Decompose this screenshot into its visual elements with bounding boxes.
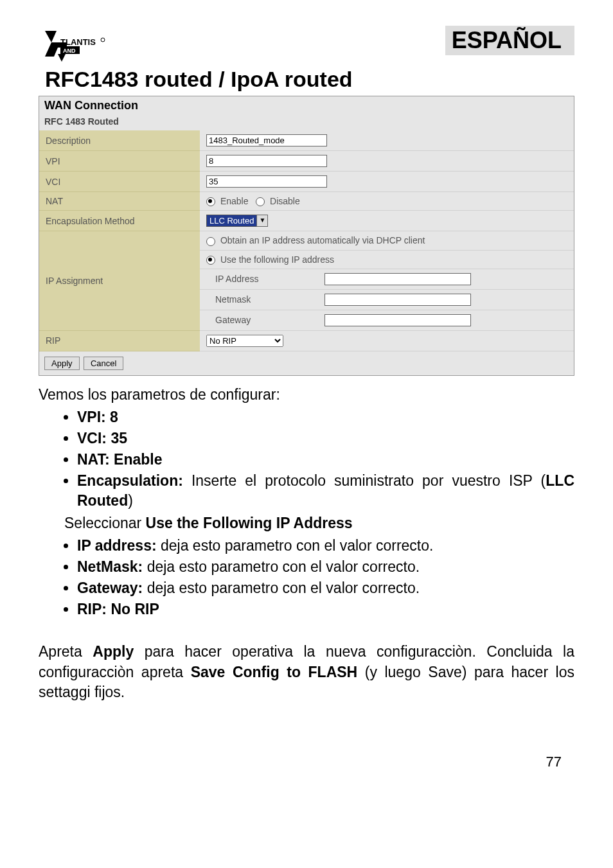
ip-address-label: IP Address (200, 269, 318, 289)
body-text: Vemos los parametros de configurar: VPI:… (39, 385, 574, 702)
nat-label: NAT (39, 192, 200, 211)
bullet-vci: VCI: 35 (77, 430, 127, 447)
description-input[interactable] (206, 134, 327, 146)
vpi-label: VPI (39, 151, 200, 172)
ip-address-input[interactable] (324, 273, 471, 285)
gateway-label: Gateway (200, 310, 318, 330)
intro-line: Vemos los parametros de configurar: (39, 385, 574, 405)
nat-disable-text: Disable (270, 196, 300, 206)
bullet-gateway-text: deja esto parametro con el valor correct… (143, 580, 420, 596)
gateway-input[interactable] (324, 314, 471, 326)
bullet-netmask-text: deja esto parametro con el valor correct… (143, 558, 420, 575)
bullet-ip-text: deja esto parametro con el valor correct… (157, 537, 434, 554)
apply-button[interactable]: Apply (44, 357, 80, 370)
bullet-gateway-label: Gateway: (77, 580, 143, 596)
bullet-rip: RIP: No RIP (77, 601, 159, 617)
bullet-encap-tail: ) (128, 492, 133, 509)
vpi-input[interactable] (206, 155, 327, 167)
bullet-ip-label: IP address: (77, 537, 157, 554)
chevron-down-icon[interactable]: ▼ (256, 215, 268, 227)
bullet-encap-label: Encapsulation: (77, 472, 183, 489)
svg-text:TLANTIS: TLANTIS (60, 37, 96, 47)
logo: TLANTIS AND (39, 26, 109, 67)
ip-dhcp-text: Obtain an IP address automatically via D… (220, 235, 425, 245)
svg-point-1 (101, 38, 105, 42)
ip-dhcp-radio[interactable] (206, 237, 215, 246)
rip-select[interactable]: No RIP (206, 335, 283, 347)
nat-enable-radio[interactable] (206, 197, 215, 206)
p2-b1: Apply (93, 643, 134, 660)
nat-disable-radio[interactable] (256, 197, 265, 206)
netmask-label: Netmask (200, 289, 318, 310)
vci-input[interactable] (206, 175, 327, 188)
ip-static-radio[interactable] (206, 256, 215, 265)
bullet-encap-text: Inserte el protocolo suministrato por vu… (183, 472, 546, 489)
select-line-bold: Use the Following IP Address (146, 515, 353, 531)
bullet-vpi: VPI: 8 (77, 409, 118, 425)
p2-b2: Save Config to FLASH (191, 664, 358, 680)
ipassign-label: IP Assignment (39, 231, 200, 331)
description-label: Description (39, 130, 200, 151)
p2-pre: Apreta (39, 643, 93, 660)
select-line-pre: Seleccionar (64, 515, 146, 531)
language-label: ESPAÑOL (445, 26, 574, 55)
encap-label: Encapsulation Method (39, 211, 200, 231)
page-number: 77 (39, 754, 574, 770)
page-title: RFC1483 routed / IpoA routed (39, 67, 574, 92)
ip-static-text: Use the following IP address (220, 254, 334, 265)
netmask-input[interactable] (324, 294, 471, 306)
section-title: WAN Connection (39, 96, 574, 115)
wan-connection-panel: WAN Connection RFC 1483 Routed Descripti… (39, 96, 574, 376)
subsection-title: RFC 1483 Routed (39, 115, 574, 130)
rip-label: RIP (39, 330, 200, 351)
encap-select[interactable]: LLC Routed (206, 215, 257, 227)
bullet-netmask-label: NetMask: (77, 558, 143, 575)
nat-enable-text: Enable (220, 196, 249, 206)
cancel-button[interactable]: Cancel (84, 357, 123, 370)
bullet-nat: NAT: Enable (77, 451, 162, 468)
vci-label: VCI (39, 172, 200, 192)
svg-text:AND: AND (63, 48, 76, 54)
